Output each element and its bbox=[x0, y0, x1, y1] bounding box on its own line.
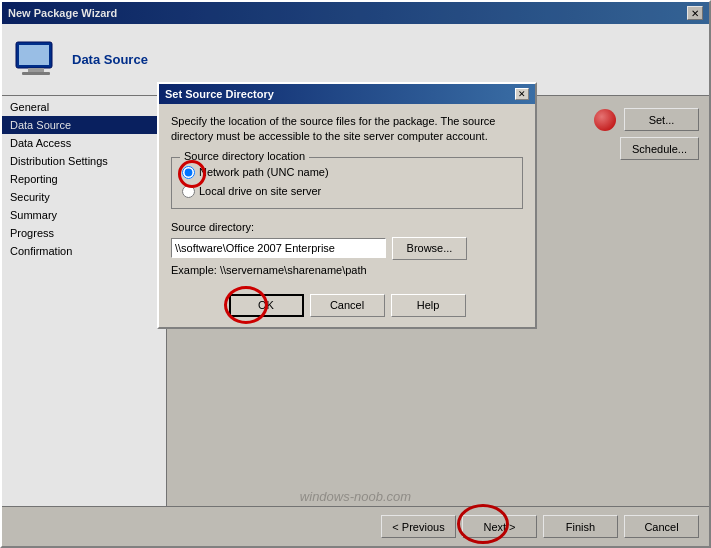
ok-button[interactable]: OK bbox=[229, 294, 304, 317]
dialog-description: Specify the location of the source files… bbox=[171, 114, 523, 145]
source-dir-location-group: Source directory location Network path (… bbox=[171, 157, 523, 209]
cancel-button[interactable]: Cancel bbox=[310, 294, 385, 317]
dialog-title: Set Source Directory bbox=[165, 88, 274, 100]
dialog-close-button[interactable]: ✕ bbox=[515, 88, 529, 100]
radio-network-row[interactable]: Network path (UNC name) bbox=[182, 166, 512, 179]
main-window: New Package Wizard ✕ Data Source General… bbox=[0, 0, 711, 548]
help-button[interactable]: Help bbox=[391, 294, 466, 317]
source-dir-example: Example: \\servername\sharename\path bbox=[171, 264, 523, 276]
set-source-directory-dialog: Set Source Directory ✕ Specify the locat… bbox=[157, 82, 537, 329]
browse-button[interactable]: Browse... bbox=[392, 237, 467, 260]
ok-button-wrap: OK bbox=[229, 294, 304, 317]
source-dir-label: Source directory: bbox=[171, 221, 523, 233]
modal-overlay: Set Source Directory ✕ Specify the locat… bbox=[2, 2, 709, 546]
radio-network-input[interactable] bbox=[182, 166, 195, 179]
radio-local-row[interactable]: Local drive on site server bbox=[182, 185, 512, 198]
dialog-title-bar: Set Source Directory ✕ bbox=[159, 84, 535, 104]
radio-local-label: Local drive on site server bbox=[199, 185, 321, 197]
dialog-body: Specify the location of the source files… bbox=[159, 104, 535, 286]
dialog-footer: OK Cancel Help bbox=[159, 286, 535, 327]
source-dir-input[interactable] bbox=[171, 238, 386, 258]
source-dir-section: Source directory: Browse... Example: \\s… bbox=[171, 221, 523, 276]
radio-local-input[interactable] bbox=[182, 185, 195, 198]
source-dir-row: Browse... bbox=[171, 237, 523, 260]
group-legend: Source directory location bbox=[180, 150, 309, 162]
radio-network-label: Network path (UNC name) bbox=[199, 166, 329, 178]
